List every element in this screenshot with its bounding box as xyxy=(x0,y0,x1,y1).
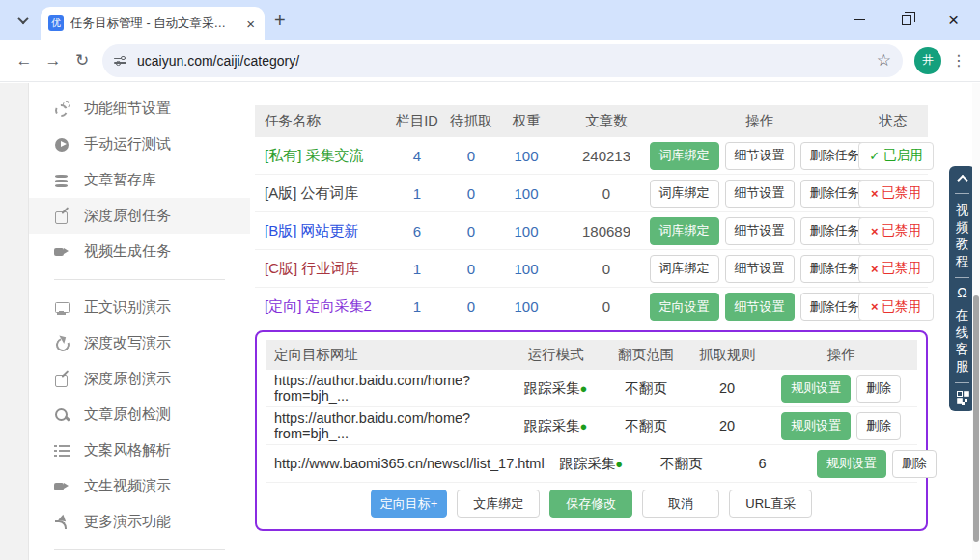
scrollbar-thumb[interactable] xyxy=(973,295,979,542)
detail-settings-button[interactable]: 细节设置 xyxy=(725,217,795,245)
pending-count[interactable]: 0 xyxy=(442,298,500,315)
url-text[interactable]: ucaiyun.com/caiji/category/ xyxy=(137,53,867,69)
article-count: 180689 xyxy=(552,223,660,239)
browser-menu-icon[interactable]: ⋮ xyxy=(947,51,970,70)
sidebar-item-text-to-video-demo[interactable]: 文生视频演示 xyxy=(29,468,250,504)
delete-button[interactable]: 删除 xyxy=(856,412,901,440)
column-id[interactable]: 1 xyxy=(392,298,442,315)
address-bar[interactable]: ucaiyun.com/caiji/category/ ☆ xyxy=(102,44,903,77)
online-service-tab[interactable]: 在线客服 xyxy=(955,307,969,375)
weight[interactable]: 100 xyxy=(500,223,552,239)
column-id[interactable]: 1 xyxy=(392,185,442,202)
detail-settings-button[interactable]: 细节设置 xyxy=(725,293,795,321)
window-restore-button[interactable] xyxy=(902,15,911,25)
col-article-count: 文章数 xyxy=(552,112,660,130)
page-scrollbar[interactable] xyxy=(972,83,980,560)
word-bind-button[interactable]: 词库绑定 xyxy=(650,142,719,170)
save-changes-button[interactable]: 保存修改 xyxy=(549,490,632,518)
sidebar-item-video-generation-task[interactable]: 视频生成任务 xyxy=(29,234,250,269)
monitor-icon xyxy=(54,300,70,316)
sidebar-item-copy-style-analysis[interactable]: 文案风格解析 xyxy=(29,433,250,468)
qrcode-icon[interactable] xyxy=(957,391,968,403)
delete-button[interactable]: 删除 xyxy=(892,450,937,478)
task-name[interactable]: [私有] 采集交流 xyxy=(255,147,392,165)
headset-icon: Ω xyxy=(957,286,966,299)
column-id[interactable]: 6 xyxy=(392,223,442,239)
sidebar-item-deep-original-demo[interactable]: 深度原创演示 xyxy=(29,361,250,397)
sidebar-item-function-settings[interactable]: 功能细节设置 xyxy=(29,91,250,126)
target-url[interactable]: https://author.baidu.com/home?from=bjh_.… xyxy=(266,410,509,441)
back-button[interactable]: ← xyxy=(10,46,39,75)
video-tutorial-tab[interactable]: 视频教程 xyxy=(955,202,969,269)
status-badge[interactable]: ×已禁用 xyxy=(858,217,934,245)
detail-settings-button[interactable]: 细节设置 xyxy=(725,142,795,170)
target-panel-header: 定向目标网址 运行模式 翻页范围 抓取规则 操作 xyxy=(266,340,917,370)
profile-avatar[interactable]: 井 xyxy=(914,47,941,74)
status-badge[interactable]: ×已禁用 xyxy=(858,293,934,321)
sidebar-item-deep-original-task[interactable]: 深度原创任务 xyxy=(29,198,250,234)
target-row: https://author.baidu.com/home?from=bjh_.… xyxy=(266,370,917,407)
rule-settings-button[interactable]: 规则设置 xyxy=(781,412,851,440)
pending-count[interactable]: 0 xyxy=(442,261,500,277)
gears-icon xyxy=(54,101,70,117)
reload-button[interactable]: ↻ xyxy=(68,46,97,75)
status-badge[interactable]: ×已禁用 xyxy=(858,180,934,208)
window-close-button[interactable]: × xyxy=(948,11,959,29)
delete-button[interactable]: 删除 xyxy=(856,375,901,403)
sidebar-item-article-temp-library[interactable]: 文章暂存库 xyxy=(29,162,250,198)
status-badge[interactable]: ×已禁用 xyxy=(858,255,934,283)
target-url[interactable]: http://www.baomi365.cn/newscl/list_17.ht… xyxy=(266,456,545,471)
pending-count[interactable]: 0 xyxy=(442,223,500,239)
status-badge[interactable]: ✓已启用 xyxy=(858,142,934,170)
sidebar-item-manual-run-test[interactable]: 手动运行测试 xyxy=(29,126,250,162)
column-id[interactable]: 1 xyxy=(392,261,442,277)
word-bind-button[interactable]: 词库绑定 xyxy=(650,217,719,245)
run-mode: 跟踪采集● xyxy=(509,417,602,435)
task-name[interactable]: [C版] 行业词库 xyxy=(255,260,392,278)
pending-count[interactable]: 0 xyxy=(442,185,500,202)
new-tab-button[interactable]: + xyxy=(274,10,286,32)
collapse-up-icon[interactable] xyxy=(957,175,967,185)
detail-settings-button[interactable]: 细节设置 xyxy=(725,180,795,208)
bookmark-star-icon[interactable]: ☆ xyxy=(877,50,891,70)
tab-close-icon[interactable]: × xyxy=(244,15,257,32)
task-name[interactable]: [定向] 定向采集2 xyxy=(255,297,392,316)
run-mode: 跟踪采集● xyxy=(545,455,638,473)
sidebar-item-deep-rewrite-demo[interactable]: 深度改写演示 xyxy=(29,325,250,361)
floating-side-widget: 视频教程 Ω 在线客服 xyxy=(949,166,975,411)
weight[interactable]: 100 xyxy=(500,298,552,315)
task-name[interactable]: [A版] 公有词库 xyxy=(255,184,392,203)
rule-settings-button[interactable]: 规则设置 xyxy=(817,450,886,478)
sidebar-item-body-recognition-demo[interactable]: 正文识别演示 xyxy=(29,290,250,325)
weight[interactable]: 100 xyxy=(500,185,552,202)
sidebar: 功能细节设置 手动运行测试 文章暂存库 深度原创任务 视频生成任务 正文识别演示… xyxy=(29,83,250,560)
word-bind-button[interactable]: 词库绑定 xyxy=(650,255,719,283)
sidebar-item-article-originality-check[interactable]: 文章原创检测 xyxy=(29,397,250,433)
detail-settings-button[interactable]: 细节设置 xyxy=(725,255,795,283)
site-settings-icon[interactable] xyxy=(114,55,127,67)
targeted-settings-button[interactable]: 定向设置 xyxy=(650,293,719,321)
col-task-name: 任务名称 xyxy=(255,112,392,130)
database-icon xyxy=(54,173,70,188)
left-gutter xyxy=(0,83,29,560)
rule-settings-button[interactable]: 规则设置 xyxy=(781,375,851,403)
cancel-button[interactable]: 取消 xyxy=(642,490,719,518)
bind-library-button[interactable]: 文库绑定 xyxy=(457,490,540,518)
weight[interactable]: 100 xyxy=(500,148,552,164)
window-minimize-button[interactable] xyxy=(854,19,865,21)
pending-count[interactable]: 0 xyxy=(442,148,500,164)
task-name[interactable]: [B版] 网站更新 xyxy=(255,222,392,240)
col-page-range: 翻页范围 xyxy=(602,346,689,364)
browser-tab[interactable]: 优 任务目标管理 - 自动文章采集器 × xyxy=(41,7,265,40)
word-bind-button[interactable]: 词库绑定 xyxy=(650,180,719,208)
column-id[interactable]: 4 xyxy=(392,148,442,164)
forward-button[interactable]: → xyxy=(39,46,68,75)
sidebar-item-more-demo-functions[interactable]: 更多演示功能 xyxy=(29,504,250,540)
url-direct-collect-button[interactable]: URL直采 xyxy=(729,490,812,518)
target-url[interactable]: https://author.baidu.com/home?from=bjh_.… xyxy=(266,373,509,404)
add-target-button[interactable]: 定向目标+ xyxy=(371,490,448,518)
page-content: 功能细节设置 手动运行测试 文章暂存库 深度原创任务 视频生成任务 正文识别演示… xyxy=(0,83,980,560)
tab-search-button[interactable] xyxy=(10,7,37,34)
grab-rule-count: 20 xyxy=(689,380,765,396)
weight[interactable]: 100 xyxy=(500,261,552,277)
